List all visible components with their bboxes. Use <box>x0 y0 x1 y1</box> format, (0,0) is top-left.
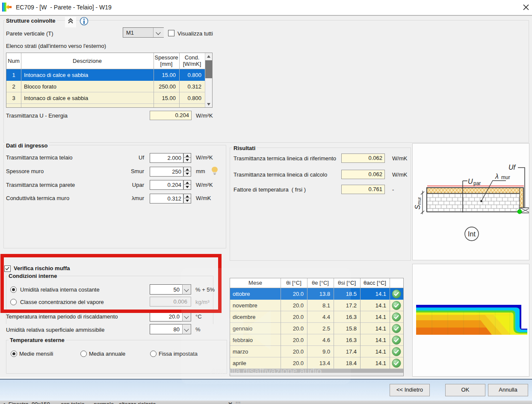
svg-text:S: S <box>414 205 421 209</box>
svg-text:Uf: Uf <box>508 164 516 171</box>
svg-text:λ: λ <box>495 173 499 180</box>
svg-text:mur: mur <box>501 174 510 180</box>
svg-text:Int: Int <box>468 230 476 238</box>
svg-text:mur: mur <box>417 197 422 205</box>
svg-text:par: par <box>473 180 481 186</box>
svg-text:U: U <box>468 178 473 185</box>
svg-text:Annulla disattivazione audio: Annulla disattivazione audio <box>210 366 322 376</box>
